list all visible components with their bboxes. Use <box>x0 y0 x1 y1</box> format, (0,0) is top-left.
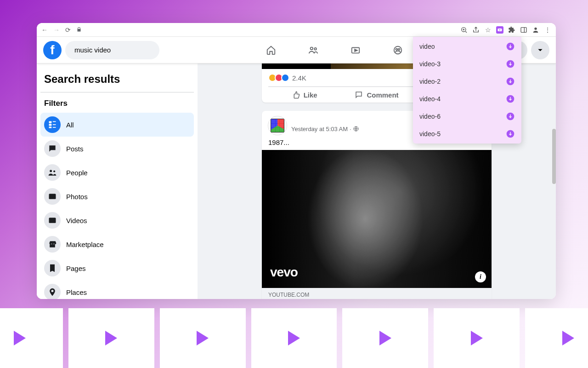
play-icon <box>471 331 483 345</box>
download-item[interactable]: video <box>413 38 521 55</box>
filter-places[interactable]: Places <box>40 280 194 299</box>
comment-icon <box>355 91 363 99</box>
search-box[interactable] <box>65 41 159 59</box>
thumb-up-icon <box>292 91 300 99</box>
account-button[interactable] <box>531 41 549 59</box>
post-timestamp[interactable]: Yesterday at 5:03 AM <box>291 126 348 132</box>
videos-icon <box>44 212 61 229</box>
play-icon <box>105 331 117 345</box>
tab-friends[interactable] <box>308 45 318 55</box>
download-icon <box>506 112 515 121</box>
video-extension-icon[interactable] <box>496 26 503 34</box>
filter-videos[interactable]: Videos <box>40 208 194 232</box>
video-player[interactable]: vevo i <box>262 150 492 288</box>
svg-point-4 <box>534 27 537 29</box>
video-source-label: YOUTUBE.COM <box>262 288 492 299</box>
tab-groups[interactable] <box>393 45 403 55</box>
like-label: Like <box>304 91 317 99</box>
sidebar-title: Search results <box>40 70 194 92</box>
reload-button[interactable]: ⟳ <box>65 26 71 34</box>
sidebar: Search results Filters All Posts People … <box>37 63 198 299</box>
video-tile[interactable] <box>68 308 154 368</box>
star-icon[interactable]: ☆ <box>484 26 492 34</box>
filter-photos[interactable]: Photos <box>40 184 194 208</box>
play-icon <box>14 331 26 345</box>
svg-point-19 <box>50 170 52 172</box>
filter-label: Pages <box>66 264 86 272</box>
filter-label: Marketplace <box>66 241 104 248</box>
extensions-icon[interactable] <box>508 26 515 34</box>
search-input[interactable] <box>74 46 162 54</box>
svg-point-20 <box>53 170 55 172</box>
all-icon <box>44 116 61 133</box>
download-item-label: video <box>419 43 435 50</box>
filter-pages[interactable]: Pages <box>40 256 194 280</box>
video-tile[interactable] <box>160 308 246 368</box>
download-icon <box>506 77 515 86</box>
filters-label: Filters <box>40 92 194 113</box>
marketplace-icon <box>44 236 61 253</box>
download-item[interactable]: video-4 <box>413 90 521 108</box>
filter-label: Videos <box>66 217 87 224</box>
download-item-label: video-3 <box>419 60 441 68</box>
download-icon <box>506 59 515 69</box>
video-tile[interactable] <box>434 308 520 368</box>
download-item-label: video-5 <box>419 130 441 138</box>
play-icon <box>562 331 574 345</box>
svg-point-11 <box>396 48 397 50</box>
back-button[interactable]: ← <box>41 26 48 34</box>
download-icon <box>506 94 515 104</box>
svg-rect-14 <box>49 124 52 126</box>
filter-marketplace[interactable]: Marketplace <box>40 232 194 256</box>
video-tile[interactable] <box>0 308 63 368</box>
vevo-watermark: vevo <box>270 265 298 280</box>
zoom-icon[interactable] <box>460 26 468 34</box>
info-icon[interactable]: i <box>475 271 486 282</box>
tab-home[interactable] <box>266 45 276 55</box>
download-item[interactable]: video-3 <box>413 55 521 73</box>
filter-all[interactable]: All <box>40 113 194 137</box>
svg-marker-9 <box>355 49 357 52</box>
play-icon <box>379 331 391 345</box>
share-icon[interactable] <box>472 26 480 34</box>
extension-popup: video video-3 video-2 video-4 video-6 vi… <box>413 37 521 144</box>
reactions-summary[interactable]: 2.4K <box>268 74 306 82</box>
posts-icon <box>44 140 61 157</box>
svg-point-6 <box>310 47 313 50</box>
filter-label: Places <box>66 288 87 296</box>
comment-label: Comment <box>367 91 398 99</box>
post-avatar[interactable] <box>268 116 287 135</box>
photos-icon <box>44 188 61 205</box>
download-item[interactable]: video-6 <box>413 108 521 125</box>
svg-rect-16 <box>53 121 56 122</box>
video-tile[interactable] <box>251 308 337 368</box>
forward-button[interactable]: → <box>53 26 60 34</box>
download-item[interactable]: video-5 <box>413 125 521 143</box>
filter-label: Photos <box>66 193 88 201</box>
video-tile[interactable] <box>525 308 588 368</box>
filter-label: All <box>66 121 74 129</box>
tab-watch[interactable] <box>351 45 361 55</box>
download-item-label: video-6 <box>419 113 441 120</box>
scrollbar[interactable] <box>552 129 556 184</box>
facebook-logo[interactable]: f <box>43 41 62 59</box>
filter-label: Posts <box>66 145 84 153</box>
play-icon <box>288 331 300 345</box>
reaction-count: 2.4K <box>292 74 306 82</box>
download-item-label: video-4 <box>419 95 441 103</box>
like-button[interactable]: Like <box>268 87 340 103</box>
download-item[interactable]: video-2 <box>413 73 521 90</box>
video-tile[interactable] <box>342 308 428 368</box>
lock-icon <box>76 27 82 33</box>
play-icon <box>197 331 209 345</box>
filter-posts[interactable]: Posts <box>40 137 194 161</box>
svg-point-7 <box>314 47 317 50</box>
download-icon <box>506 42 515 51</box>
svg-point-22 <box>51 195 52 196</box>
comment-button[interactable]: Comment <box>340 87 413 103</box>
profile-icon[interactable] <box>532 26 539 34</box>
people-icon <box>44 164 61 181</box>
filter-people[interactable]: People <box>40 161 194 184</box>
panel-icon[interactable] <box>520 26 527 34</box>
kebab-menu-icon[interactable]: ⋮ <box>544 26 551 34</box>
